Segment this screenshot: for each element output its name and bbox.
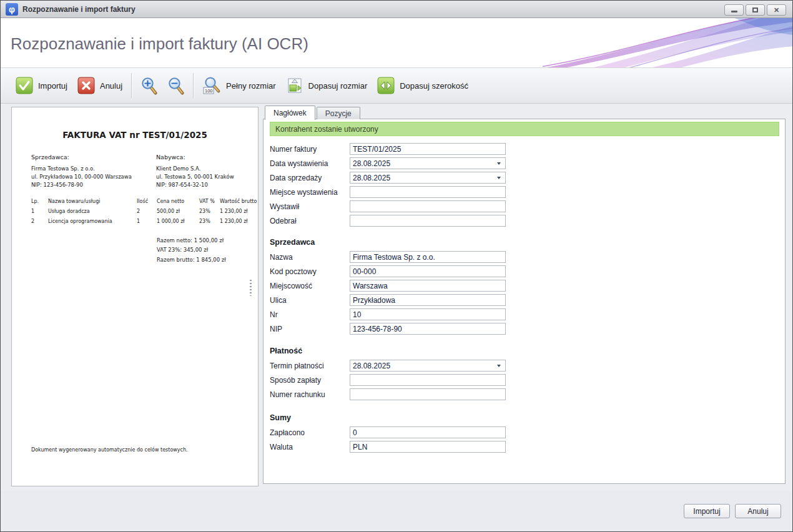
seller-city-input[interactable] — [350, 280, 506, 292]
sale-date-label: Data sprzedaży — [270, 174, 350, 182]
invoice-totals: Razem netto: 1 500,00 zł VAT 23%: 345,00… — [157, 236, 226, 265]
cell: 1 — [137, 219, 157, 229]
invoice-buyer-line: Klient Demo S.A. — [156, 165, 234, 173]
account-number-label: Numer rachunku — [270, 390, 350, 399]
toolbar-separator — [193, 73, 194, 98]
seller-city-label: Miejscowość — [270, 282, 350, 290]
toolbar-cancel-button[interactable]: Anuluj — [72, 74, 127, 97]
invoice-seller-line: ul. Przykładowa 10, 00-000 Warszawa — [31, 173, 156, 181]
invoice-number-input[interactable] — [350, 143, 506, 155]
payment-due-date-value: 28.08.2025 — [353, 362, 390, 370]
zoom-in-icon — [140, 77, 157, 95]
toolbar-separator — [131, 73, 132, 98]
cell: 2 — [31, 219, 48, 229]
tab-pozycje[interactable]: Pozycje — [317, 107, 360, 119]
invoice-seller-block: Sprzedawca: Firma Testowa Sp. z o.o. ul.… — [31, 154, 156, 189]
currency-input[interactable] — [350, 441, 506, 453]
col-header: Ilość — [137, 199, 157, 209]
full-size-label: Pełny rozmiar — [226, 81, 275, 91]
col-header: Lp. — [31, 199, 48, 209]
cell: 1 230,00 zł — [220, 209, 257, 219]
invoice-table-header-row: Lp. Nazwa towaru/usługi Ilość Cena netto… — [31, 199, 257, 209]
zoom-out-icon — [167, 77, 184, 95]
maximize-icon — [752, 7, 758, 12]
cancel-x-icon — [77, 77, 95, 94]
invoice-seller-line: Firma Testowa Sp. z o.o. — [31, 165, 156, 173]
invoice-number-label: Numer faktury — [270, 145, 350, 154]
invoice-parties: Sprzedawca: Firma Testowa Sp. z o.o. ul.… — [31, 154, 253, 189]
seller-name-label: Nazwa — [270, 253, 350, 262]
payment-due-date-dropdown[interactable]: 28.08.2025 — [350, 360, 506, 372]
dialog-window: φ Rozpoznawanie i import faktury ✕ Rozpo… — [0, 0, 793, 532]
window-controls: ✕ — [724, 4, 786, 16]
toolbar-import-label: Importuj — [38, 81, 67, 91]
header-banner: Rozpoznawanie i import faktury (AI OCR) — [1, 18, 792, 68]
seller-name-input[interactable] — [350, 251, 506, 263]
check-icon — [16, 77, 33, 94]
page-title: Rozpoznawanie i import faktury (AI OCR) — [11, 34, 308, 54]
seller-street-label: Ulica — [270, 296, 350, 305]
zoom-out-button[interactable] — [162, 74, 189, 97]
fit-width-label: Dopasuj szerokość — [400, 81, 468, 91]
footer-cancel-button[interactable]: Anuluj — [735, 504, 781, 518]
paid-amount-input[interactable] — [350, 426, 506, 438]
seller-postal-label: Kod pocztowy — [270, 267, 350, 276]
minimize-icon — [731, 11, 737, 12]
invoice-title: FAKTURA VAT nr TEST/01/2025 — [12, 130, 258, 140]
toolbar-import-button[interactable]: Importuj — [11, 74, 72, 97]
issue-place-input[interactable] — [350, 186, 506, 198]
seller-street-input[interactable] — [350, 294, 506, 306]
tab-naglowek[interactable]: Nagłówek — [265, 106, 315, 120]
maximize-button[interactable] — [746, 4, 765, 16]
account-number-input[interactable] — [350, 388, 506, 400]
form-area: Nagłówek Pozycje Kontrahent zostanie utw… — [263, 106, 786, 486]
contractor-status-banner: Kontrahent zostanie utworzony — [270, 122, 779, 136]
titlebar[interactable]: φ Rozpoznawanie i import faktury ✕ — [1, 1, 792, 18]
payment-due-label: Termin płatności — [270, 362, 350, 370]
invoice-buyer-heading: Nabywca: — [156, 154, 234, 160]
currency-label: Waluta — [270, 443, 350, 451]
received-by-label: Odebrał — [270, 217, 350, 225]
header-swoosh-graphic — [543, 18, 792, 67]
footer-import-button[interactable]: Importuj — [684, 504, 730, 518]
toolbar-cancel-label: Anuluj — [100, 81, 122, 91]
cell: 23% — [199, 219, 220, 229]
header-tab-panel: Kontrahent zostanie utworzony Numer fakt… — [263, 119, 786, 484]
seller-postal-code-input[interactable] — [350, 265, 506, 277]
panel-splitter[interactable] — [250, 280, 252, 296]
toolbar: Importuj Anuluj 100 Pełny rozmiar Dopasu… — [1, 68, 792, 104]
chevron-down-icon — [497, 365, 501, 367]
full-size-100-icon: 100 — [202, 76, 221, 95]
minimize-button[interactable] — [724, 4, 744, 16]
seller-nip-input[interactable] — [350, 323, 506, 335]
sale-date-dropdown[interactable]: 28.08.2025 — [350, 172, 506, 184]
col-header: Wartość brutto — [220, 199, 257, 209]
close-icon: ✕ — [774, 7, 779, 14]
invoice-buyer-line: NIP: 987-654-32-10 — [156, 181, 234, 189]
invoice-table-row: 2 Licencja oprogramowania 1 1 000,00 zł … — [31, 219, 257, 229]
fit-size-icon — [286, 77, 303, 94]
tab-strip: Nagłówek Pozycje — [265, 106, 786, 119]
issue-date-label: Data wystawienia — [270, 159, 350, 168]
cell: 1 — [31, 209, 48, 219]
payment-section-heading: Płatność — [270, 345, 779, 357]
cell: 2 — [137, 209, 157, 219]
invoice-seller-heading: Sprzedawca: — [31, 154, 156, 160]
issue-date-dropdown[interactable]: 28.08.2025 — [350, 157, 506, 169]
invoice-table-row: 1 Usługa doradcza 2 500,00 zł 23% 1 230,… — [31, 209, 257, 219]
seller-number-input[interactable] — [350, 308, 506, 320]
received-by-input[interactable] — [350, 215, 506, 227]
close-button[interactable]: ✕ — [767, 4, 786, 16]
cell: Licencja oprogramowania — [48, 219, 137, 229]
main-area: FAKTURA VAT nr TEST/01/2025 Sprzedawca: … — [1, 104, 792, 491]
paid-amount-label: Zapłacono — [270, 428, 350, 437]
fit-width-button[interactable]: Dopasuj szerokość — [372, 74, 473, 97]
issue-place-label: Miejsce wystawienia — [270, 188, 350, 197]
seller-number-label: Nr — [270, 310, 350, 319]
full-size-button[interactable]: 100 Pełny rozmiar — [197, 74, 280, 97]
invoice-preview-panel[interactable]: FAKTURA VAT nr TEST/01/2025 Sprzedawca: … — [11, 107, 259, 486]
fit-size-button[interactable]: Dopasuj rozmiar — [281, 74, 373, 97]
payment-method-input[interactable] — [350, 374, 506, 386]
issued-by-input[interactable] — [350, 200, 506, 212]
zoom-in-button[interactable] — [135, 74, 162, 97]
